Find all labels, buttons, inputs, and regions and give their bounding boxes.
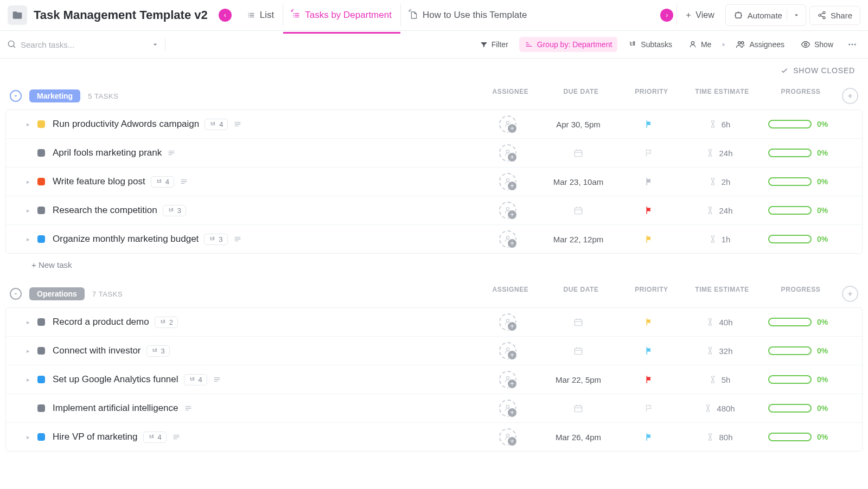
folder-icon[interactable] xyxy=(8,5,27,25)
subtask-badge[interactable]: 4 xyxy=(151,176,174,188)
subtask-badge[interactable]: 4 xyxy=(143,432,167,443)
priority-cell[interactable] xyxy=(619,119,679,129)
task-title[interactable]: April fools marketing prank xyxy=(53,147,162,158)
group-chip[interactable]: Operations xyxy=(29,287,85,300)
priority-cell[interactable] xyxy=(619,375,679,384)
estimate-cell[interactable]: 24h xyxy=(679,149,760,158)
progress-cell[interactable]: 0% xyxy=(760,177,836,186)
add-column-button[interactable] xyxy=(842,286,858,302)
col-progress[interactable]: PROGRESS xyxy=(763,88,839,104)
col-assignee[interactable]: ASSIGNEE xyxy=(481,286,540,302)
more-options-button[interactable] xyxy=(844,36,860,53)
progress-cell[interactable]: 0% xyxy=(760,375,836,384)
due-date-cell[interactable]: Mar 22, 5pm xyxy=(538,375,619,384)
collapse-button[interactable] xyxy=(10,288,22,300)
task-row[interactable]: ▸ Run productivity Adwords campaign 4 Ap… xyxy=(6,110,862,138)
expand-caret[interactable]: ▸ xyxy=(27,319,32,326)
view-tab[interactable]: How to Use this Template xyxy=(400,4,535,26)
assignee-avatar[interactable] xyxy=(499,428,516,446)
col-estimate[interactable]: TIME ESTIMATE xyxy=(681,286,763,302)
task-row[interactable]: ▸ Connect with investor 3 32h 0% xyxy=(6,336,862,365)
progress-cell[interactable]: 0% xyxy=(760,404,836,413)
status-indicator[interactable] xyxy=(37,347,45,355)
priority-cell[interactable] xyxy=(619,177,679,186)
col-due[interactable]: DUE DATE xyxy=(540,88,622,104)
subtask-badge[interactable]: 3 xyxy=(163,205,186,216)
search-dropdown-caret[interactable] xyxy=(151,40,159,49)
priority-cell[interactable] xyxy=(619,234,679,244)
due-date-cell[interactable] xyxy=(538,403,619,413)
task-row[interactable]: ▸ Record a product demo 2 40h 0% xyxy=(6,308,862,336)
due-date-cell[interactable]: Apr 30, 5pm xyxy=(538,120,619,129)
col-due[interactable]: DUE DATE xyxy=(540,286,622,302)
progress-cell[interactable]: 0% xyxy=(760,149,836,157)
description-icon[interactable] xyxy=(167,149,176,157)
status-indicator[interactable] xyxy=(37,207,45,214)
task-row[interactable]: Implement artificial intelligence 480h 0… xyxy=(6,394,862,422)
nav-prev-button[interactable]: ‹ xyxy=(219,9,232,22)
filter-button[interactable]: Filter xyxy=(475,37,514,52)
status-indicator[interactable] xyxy=(37,149,45,157)
group-chip[interactable]: Marketing xyxy=(29,89,80,102)
estimate-cell[interactable]: 5h xyxy=(679,375,760,384)
nav-next-button[interactable]: › xyxy=(660,9,673,22)
col-assignee[interactable]: ASSIGNEE xyxy=(481,88,540,104)
assignee-avatar[interactable] xyxy=(499,202,516,219)
task-title[interactable]: Hire VP of marketing xyxy=(53,432,138,442)
automate-button[interactable]: Automate xyxy=(725,4,806,26)
expand-caret[interactable]: ▸ xyxy=(27,207,32,214)
progress-cell[interactable]: 0% xyxy=(760,120,836,128)
assignee-avatar[interactable] xyxy=(499,371,516,388)
expand-caret[interactable]: ▸ xyxy=(27,434,32,441)
task-title[interactable]: Write feature blog post xyxy=(53,176,145,187)
estimate-cell[interactable]: 24h xyxy=(679,206,760,215)
share-button[interactable]: Share xyxy=(809,6,860,25)
task-row[interactable]: ▸ Hire VP of marketing 4 Mar 26, 4pm 80h… xyxy=(6,422,862,451)
col-progress[interactable]: PROGRESS xyxy=(763,286,839,302)
status-indicator[interactable] xyxy=(37,235,45,243)
subtask-badge[interactable]: 3 xyxy=(146,345,170,357)
task-row[interactable]: ▸ Write feature blog post 4 Mar 23, 10am… xyxy=(6,167,862,196)
assignee-avatar[interactable] xyxy=(499,342,516,359)
expand-caret[interactable]: ▸ xyxy=(27,121,32,128)
task-title[interactable]: Record a product demo xyxy=(53,317,149,327)
description-icon[interactable] xyxy=(184,404,193,413)
subtask-badge[interactable]: 4 xyxy=(184,374,207,385)
description-icon[interactable] xyxy=(233,120,242,128)
show-closed-button[interactable]: SHOW CLOSED xyxy=(780,66,855,75)
progress-cell[interactable]: 0% xyxy=(760,206,836,215)
task-title[interactable]: Set up Google Analytics funnel xyxy=(53,374,178,385)
me-button[interactable]: Me xyxy=(683,37,717,52)
group-by-button[interactable]: Group by: Department xyxy=(519,37,618,52)
estimate-cell[interactable]: 80h xyxy=(679,433,760,442)
task-title[interactable]: Organize monthly marketing budget xyxy=(53,234,199,244)
status-indicator[interactable] xyxy=(37,404,45,412)
subtasks-button[interactable]: Subtasks xyxy=(623,37,678,52)
due-date-cell[interactable] xyxy=(538,205,619,215)
add-view-button[interactable]: View xyxy=(676,5,722,25)
priority-cell[interactable] xyxy=(619,317,679,327)
collapse-button[interactable] xyxy=(10,90,22,102)
estimate-cell[interactable]: 2h xyxy=(679,177,760,186)
due-date-cell[interactable]: Mar 26, 4pm xyxy=(538,433,619,442)
assignees-button[interactable]: Assignees xyxy=(730,36,790,53)
task-title[interactable]: Run productivity Adwords campaign xyxy=(53,119,199,130)
progress-cell[interactable]: 0% xyxy=(760,346,836,355)
estimate-cell[interactable]: 32h xyxy=(679,346,760,356)
task-row[interactable]: ▸ Organize monthly marketing budget 3 Ma… xyxy=(6,224,862,253)
estimate-cell[interactable]: 1h xyxy=(679,235,760,244)
priority-cell[interactable] xyxy=(619,148,679,158)
due-date-cell[interactable]: Mar 22, 12pm xyxy=(538,235,619,244)
add-column-button[interactable] xyxy=(842,88,858,104)
progress-cell[interactable]: 0% xyxy=(760,235,836,243)
description-icon[interactable] xyxy=(172,433,181,441)
subtask-badge[interactable]: 2 xyxy=(155,317,178,328)
col-priority[interactable]: PRIORITY xyxy=(622,286,681,302)
priority-cell[interactable] xyxy=(619,403,679,413)
status-indicator[interactable] xyxy=(37,318,45,326)
priority-cell[interactable] xyxy=(619,205,679,215)
assignee-avatar[interactable] xyxy=(499,173,516,190)
col-priority[interactable]: PRIORITY xyxy=(622,88,681,104)
expand-caret[interactable]: ▸ xyxy=(27,178,32,185)
expand-caret[interactable]: ▸ xyxy=(27,376,32,383)
